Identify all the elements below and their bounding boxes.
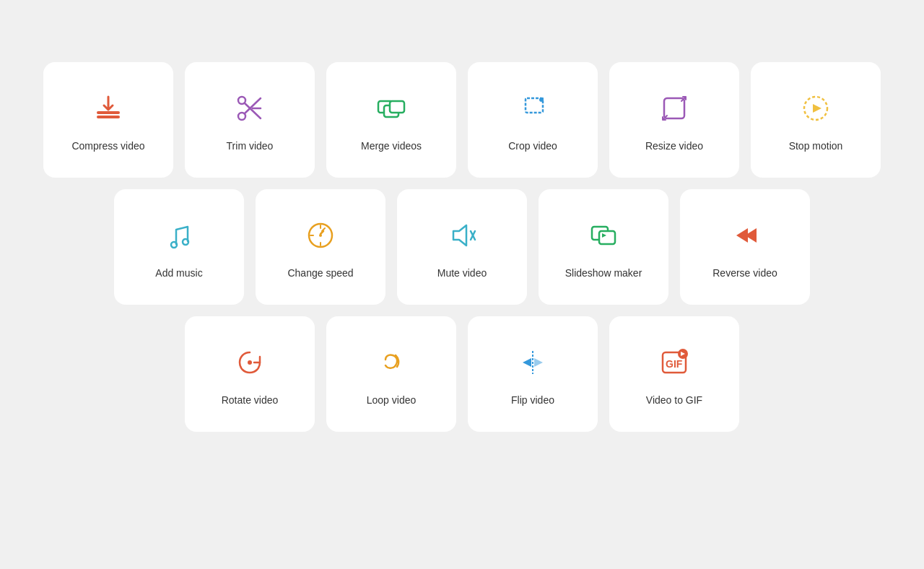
loop-video-label: Loop video	[367, 394, 417, 406]
add-music-label: Add music	[155, 267, 202, 279]
tool-card-crop-video[interactable]: Crop video	[468, 62, 598, 178]
svg-marker-14	[813, 104, 821, 113]
svg-text:GIF: GIF	[666, 358, 683, 370]
slideshow-maker-label: Slideshow maker	[565, 267, 642, 279]
svg-rect-22	[599, 231, 615, 244]
tool-card-slideshow-maker[interactable]: Slideshow maker	[539, 189, 668, 305]
resize-video-icon	[654, 88, 694, 129]
tool-card-change-speed[interactable]: Change speed	[256, 189, 385, 305]
compress-video-label: Compress video	[71, 140, 144, 152]
flip-video-icon	[513, 342, 553, 383]
tool-card-trim-video[interactable]: Trim video	[185, 62, 315, 178]
reverse-video-icon	[725, 215, 765, 256]
svg-point-15	[171, 242, 177, 248]
svg-marker-27	[523, 358, 531, 367]
resize-video-label: Resize video	[645, 140, 703, 152]
tool-card-rotate-video[interactable]: Rotate video	[185, 316, 315, 432]
tool-card-compress-video[interactable]: Compress video	[43, 62, 173, 178]
tool-row-3: Rotate video Loop video Flip video GIF V…	[36, 316, 888, 432]
tool-card-merge-videos[interactable]: Merge videos	[326, 62, 456, 178]
trim-video-label: Trim video	[227, 140, 274, 152]
stop-motion-icon	[796, 88, 836, 129]
add-music-icon	[159, 215, 199, 256]
video-to-gif-label: Video to GIF	[646, 394, 702, 406]
crop-video-label: Crop video	[508, 140, 557, 152]
trim-video-icon	[230, 88, 270, 129]
tool-card-flip-video[interactable]: Flip video	[468, 316, 598, 432]
mute-video-label: Mute video	[437, 267, 487, 279]
tool-card-mute-video[interactable]: Mute video	[397, 189, 527, 305]
stop-motion-label: Stop motion	[789, 140, 843, 152]
compress-video-icon	[88, 88, 128, 129]
svg-rect-1	[97, 111, 120, 114]
svg-rect-9	[390, 101, 404, 113]
tool-card-video-to-gif[interactable]: GIF Video to GIF	[609, 316, 739, 432]
reverse-video-label: Reverse video	[712, 267, 777, 279]
svg-point-16	[183, 239, 188, 245]
svg-rect-0	[97, 116, 120, 118]
svg-marker-28	[534, 358, 543, 367]
svg-point-25	[248, 360, 252, 365]
crop-video-icon	[513, 88, 553, 129]
tool-card-add-music[interactable]: Add music	[114, 189, 244, 305]
flip-video-label: Flip video	[511, 394, 554, 406]
mute-video-icon	[442, 215, 482, 256]
tool-card-resize-video[interactable]: Resize video	[609, 62, 739, 178]
tool-row-1: Compress video Trim video Merge videos C…	[36, 62, 888, 178]
tool-card-stop-motion[interactable]: Stop motion	[751, 62, 881, 178]
tool-card-reverse-video[interactable]: Reverse video	[680, 189, 810, 305]
tool-row-2: Add music Change speed Mute video Slides…	[36, 189, 888, 305]
change-speed-icon	[300, 215, 341, 256]
rotate-video-icon	[230, 342, 270, 383]
tool-card-loop-video[interactable]: Loop video	[326, 316, 456, 432]
tools-grid: Compress video Trim video Merge videos C…	[36, 62, 888, 443]
video-to-gif-icon: GIF	[654, 342, 694, 383]
merge-videos-icon	[371, 88, 411, 129]
merge-videos-label: Merge videos	[361, 140, 422, 152]
change-speed-label: Change speed	[287, 267, 353, 279]
slideshow-maker-icon	[583, 215, 624, 256]
rotate-video-label: Rotate video	[222, 394, 279, 406]
loop-video-icon	[371, 342, 411, 383]
